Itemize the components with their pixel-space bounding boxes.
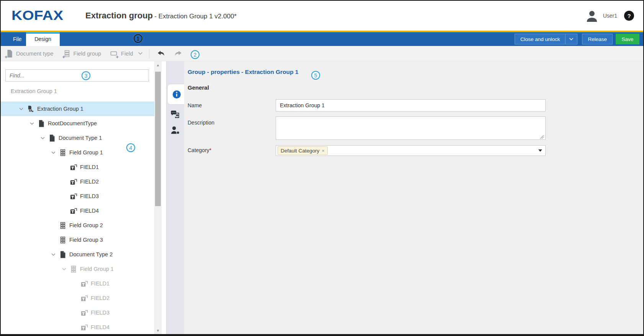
tab-design[interactable]: Design	[26, 32, 60, 46]
field-group-icon	[59, 236, 67, 244]
ribbon-buttons: Close and unlock Release Save	[515, 34, 639, 44]
chevron-down-icon[interactable]	[51, 252, 56, 257]
tree-scrollbar[interactable]: ▲ ▼	[154, 61, 162, 334]
remove-tag-icon[interactable]: ×	[322, 148, 325, 154]
tree-item[interactable]: FIELD1	[1, 276, 154, 291]
tree-item[interactable]: FIELD3	[1, 305, 154, 320]
locale-add-icon	[170, 109, 180, 119]
name-label: Name	[188, 102, 202, 108]
tree-item-label: Field Group 1	[80, 266, 114, 272]
help-icon[interactable]: ?	[624, 11, 634, 21]
category-label: Category*	[188, 147, 211, 153]
document-add-icon: +	[5, 49, 14, 58]
tree-item-label: FIELD1	[80, 164, 99, 170]
chevron-down-icon[interactable]	[40, 135, 45, 141]
field-icon	[80, 294, 88, 302]
required-marker: *	[209, 147, 211, 153]
category-select[interactable]: Default Category ×	[276, 145, 546, 156]
field-add-icon: +	[110, 49, 119, 58]
close-and-unlock-button[interactable]: Close and unlock	[515, 34, 566, 44]
group-root-label: Extraction Group 1	[11, 88, 57, 94]
user-avatar-icon[interactable]	[585, 8, 599, 23]
callout-5: 5	[311, 71, 320, 80]
add-document-type-button[interactable]: + Document type	[5, 49, 54, 58]
chevron-down-icon[interactable]	[18, 106, 24, 111]
redo-button[interactable]	[172, 49, 184, 59]
tree-item-label: FIELD3	[91, 310, 110, 316]
properties-heading: Group - properties - Extraction Group 1	[188, 69, 298, 75]
tree-item-label: FIELD3	[80, 193, 99, 199]
undo-button[interactable]	[155, 49, 167, 59]
field-icon	[70, 192, 77, 200]
category-tag: Default Category ×	[278, 146, 328, 155]
tree-item[interactable]: FIELD4	[1, 203, 154, 218]
tab-add-locale[interactable]	[167, 106, 184, 123]
tree-item[interactable]: FIELD4	[1, 320, 154, 334]
scrollbar-thumb[interactable]	[155, 72, 161, 206]
extraction-group-icon	[27, 105, 34, 113]
tree-item[interactable]: RootDocumentType	[1, 116, 154, 131]
field-icon	[80, 323, 88, 331]
app-header: KOFAX Extraction group - Extraction Grou…	[1, 1, 643, 31]
properties-tabstrip	[167, 61, 184, 334]
roles-icon	[170, 125, 180, 135]
kofax-logo: KOFAX	[11, 8, 63, 23]
tab-file[interactable]: File	[8, 32, 27, 46]
tree-item[interactable]: Field Group 3	[1, 233, 154, 247]
toolbar-divider	[149, 49, 149, 59]
tree-item-label: FIELD4	[80, 208, 99, 214]
tree-item-label: Document Type 2	[69, 251, 113, 257]
save-button[interactable]: Save	[616, 34, 639, 44]
callout-3: 3	[82, 71, 90, 80]
chevron-down-icon[interactable]	[51, 150, 56, 155]
tree-item-label: RootDocumentType	[48, 120, 97, 126]
content-area: Extraction Group 1 Extraction Group 1Roo…	[1, 61, 643, 334]
tree-item[interactable]: FIELD2	[1, 291, 154, 305]
username-label: User1	[603, 13, 617, 19]
select-dropdown-icon[interactable]	[538, 149, 542, 152]
user-area: User1 ?	[585, 1, 634, 31]
field-options-dropdown[interactable]	[138, 52, 143, 55]
description-label: Description	[188, 120, 214, 126]
tree-item[interactable]: Field Group 2	[1, 218, 154, 233]
field-icon	[70, 163, 77, 171]
tree-item[interactable]: FIELD3	[1, 189, 154, 203]
release-button[interactable]: Release	[582, 34, 613, 44]
tree-item[interactable]: Document Type 2	[1, 247, 154, 262]
name-field[interactable]	[276, 99, 546, 111]
tab-roles[interactable]	[167, 122, 184, 139]
callout-2: 2	[191, 50, 199, 59]
tree-item[interactable]: FIELD1	[1, 160, 154, 174]
tree-panel: Extraction Group 1 Extraction Group 1Roo…	[1, 61, 154, 334]
field-group-icon	[59, 221, 67, 229]
tab-general-info[interactable]	[168, 84, 185, 104]
tree-item[interactable]: Field Group 1	[1, 262, 154, 276]
field-group-icon	[59, 149, 67, 156]
undo-icon	[157, 51, 165, 57]
chevron-down-icon	[569, 38, 574, 41]
panel-gap	[162, 61, 167, 334]
description-field[interactable]	[276, 116, 546, 140]
app-window: KOFAX Extraction group - Extraction Grou…	[0, 0, 644, 336]
chevron-down-icon[interactable]	[29, 121, 34, 126]
close-options-dropdown[interactable]	[565, 34, 577, 44]
scroll-down-icon[interactable]: ▼	[154, 328, 162, 334]
document-version: - Extraction Group 1 v2.000*	[154, 13, 237, 20]
ribbon: File Design Close and unlock Release Sav…	[1, 32, 643, 46]
field-group-add-icon: +	[63, 49, 71, 58]
tree-item-label: FIELD4	[91, 324, 110, 330]
add-field-group-button[interactable]: + Field group	[63, 49, 101, 58]
tree-item[interactable]: FIELD2	[1, 174, 154, 189]
tree-item-label: Extraction Group 1	[37, 106, 83, 112]
tree-item[interactable]: Extraction Group 1	[1, 102, 154, 116]
info-icon	[172, 90, 181, 99]
document-icon	[38, 120, 45, 127]
add-field-button[interactable]: + Field	[110, 49, 133, 58]
chevron-down-icon[interactable]	[61, 266, 67, 272]
callout-4: 4	[126, 143, 135, 152]
search-input[interactable]	[5, 69, 149, 82]
design-toolbar: + Document type + Field group + Field	[1, 46, 643, 61]
document-icon	[48, 134, 56, 142]
tree: Extraction Group 1RootDocumentTypeDocume…	[1, 102, 154, 334]
scroll-up-icon[interactable]: ▲	[154, 62, 162, 68]
